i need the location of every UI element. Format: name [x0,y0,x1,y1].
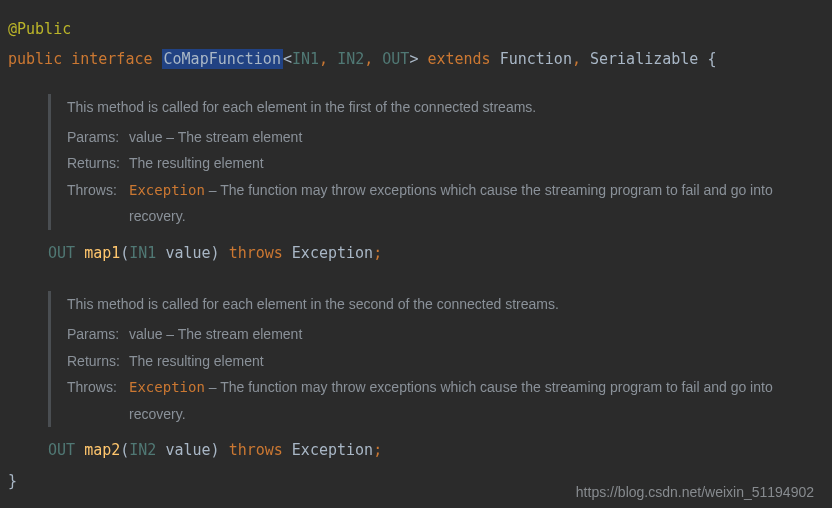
return-type: OUT [48,244,75,262]
annotation-text: @Public [8,20,71,38]
method-map2-signature: OUT map2(IN2 value) throws Exception; [0,433,832,469]
doc-throws-label: Throws: [67,374,129,427]
throws-keyword: throws [229,244,283,262]
interface-keyword: interface [71,50,152,68]
doc-description: This method is called for each element i… [67,291,832,318]
doc-throws-value: Exception – The function may throw excep… [129,177,832,230]
param-type: IN2 [129,441,156,459]
doc-params-value: value – The stream element [129,124,832,151]
exception-code: Exception [129,182,205,198]
method-name-map2: map2 [84,441,120,459]
exception-code: Exception [129,379,205,395]
doc-returns-row: Returns: The resulting element [67,348,832,375]
method-map1-signature: OUT map1(IN1 value) throws Exception; [0,236,832,272]
method-name-map1: map1 [84,244,120,262]
doc-returns-value: The resulting element [129,348,832,375]
doc-block-map1: This method is called for each element i… [48,94,832,230]
super-function: Function [500,50,572,68]
param-type: IN1 [129,244,156,262]
doc-description: This method is called for each element i… [67,94,832,121]
watermark-text: https://blog.csdn.net/weixin_51194902 [576,484,814,500]
type-param-in1: IN1 [292,50,319,68]
doc-params-row: Params: value – The stream element [67,321,832,348]
type-param-in2: IN2 [337,50,364,68]
doc-returns-label: Returns: [67,348,129,375]
throws-keyword: throws [229,441,283,459]
doc-returns-label: Returns: [67,150,129,177]
doc-params-label: Params: [67,321,129,348]
doc-throws-label: Throws: [67,177,129,230]
doc-params-label: Params: [67,124,129,151]
return-type: OUT [48,441,75,459]
public-keyword: public [8,50,62,68]
doc-returns-row: Returns: The resulting element [67,150,832,177]
doc-returns-value: The resulting element [129,150,832,177]
class-name-highlighted[interactable]: CoMapFunction [162,49,283,69]
doc-throws-value: Exception – The function may throw excep… [129,374,832,427]
doc-throws-row: Throws: Exception – The function may thr… [67,374,832,427]
class-declaration-line: public interface CoMapFunction<IN1, IN2,… [0,44,832,74]
doc-params-row: Params: value – The stream element [67,124,832,151]
type-param-out: OUT [382,50,409,68]
extends-keyword: extends [427,50,490,68]
doc-throws-row: Throws: Exception – The function may thr… [67,177,832,230]
annotation-line: @Public [0,14,832,44]
super-serializable: Serializable [590,50,698,68]
doc-params-value: value – The stream element [129,321,832,348]
doc-block-map2: This method is called for each element i… [48,291,832,427]
